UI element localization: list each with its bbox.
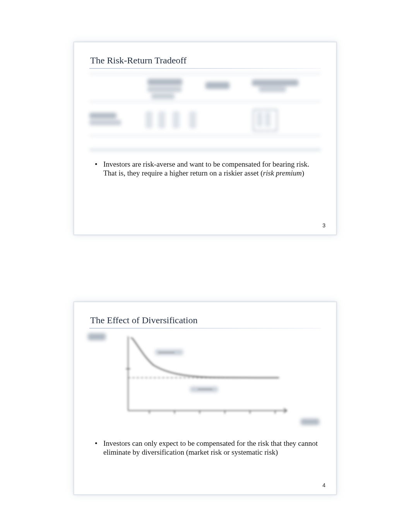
- bullet-item: Investors are risk-averse and want to be…: [92, 160, 321, 177]
- slide-risk-return: The Risk-Return Tradeoff: [74, 42, 337, 235]
- page: The Risk-Return Tradeoff: [0, 0, 411, 532]
- diversification-chart: [89, 333, 321, 432]
- chart-svg: [116, 333, 298, 424]
- blurred-table-region: [89, 73, 321, 153]
- bullet-list: Investors can only expect to be compensa…: [92, 439, 321, 457]
- slide-diversification: The Effect of Diversification: [74, 302, 337, 495]
- slide-title: The Risk-Return Tradeoff: [90, 55, 321, 66]
- bullet-item: Investors can only expect to be compensa…: [92, 439, 321, 457]
- bullet-text-suffix: ): [302, 169, 304, 177]
- page-number: 4: [322, 482, 325, 488]
- title-rule: [89, 328, 321, 329]
- bullet-text: Investors can only expect to be compensa…: [103, 439, 318, 456]
- bullet-list: Investors are risk-averse and want to be…: [92, 160, 321, 177]
- slide-title: The Effect of Diversification: [90, 315, 321, 326]
- page-number: 3: [322, 222, 325, 228]
- bullet-text-italic: risk premium: [263, 169, 302, 177]
- title-rule: [89, 68, 321, 69]
